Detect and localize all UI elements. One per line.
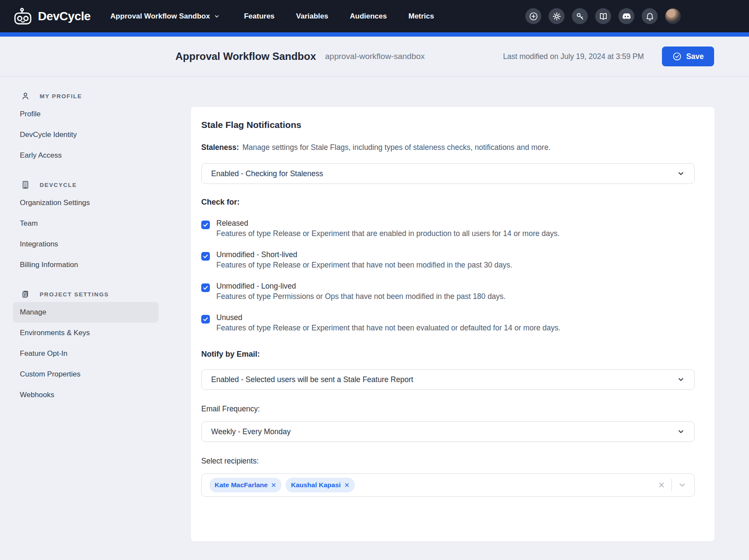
sidebar-item-organization-settings[interactable]: Organization Settings	[13, 193, 159, 213]
divider	[671, 479, 672, 491]
check-icon	[203, 253, 209, 259]
chevron-down-icon	[677, 428, 685, 436]
notifications-button[interactable]	[642, 8, 658, 24]
sidebar-item-manage[interactable]: Manage	[13, 302, 159, 323]
gear-icon	[552, 12, 562, 21]
check-label: Unmodified - Short-lived	[216, 250, 512, 259]
check-row-released: Released Features of type Release or Exp…	[201, 219, 695, 238]
sidebar-section-my-profile: MY PROFILE	[13, 88, 159, 104]
sidebar-item-profile[interactable]: Profile	[13, 104, 159, 124]
page-header: Approval Workflow Sandbox approval-workf…	[0, 37, 749, 77]
sidebar-item-label: Integrations	[20, 240, 58, 249]
page-title: Approval Workflow Sandbox	[175, 50, 316, 62]
sidebar-item-label: Team	[20, 219, 38, 228]
plus-circle-icon	[529, 12, 538, 21]
devcycle-robot-icon	[13, 7, 33, 25]
unmodified-short-lived-checkbox[interactable]	[201, 252, 210, 261]
save-button[interactable]: Save	[662, 47, 714, 66]
sidebar-item-feature-opt-in[interactable]: Feature Opt-In	[13, 343, 159, 364]
check-label: Released	[216, 219, 560, 228]
recipient-name: Kate MacFarlane	[215, 481, 268, 489]
frequency-select-value: Weekly - Every Monday	[211, 427, 290, 436]
docs-book-icon	[599, 12, 608, 21]
save-button-label: Save	[686, 52, 704, 61]
sidebar-item-label: Webhooks	[20, 391, 54, 399]
discord-icon	[622, 12, 631, 21]
select-recipients-label: Select recipients:	[201, 457, 695, 466]
sidebar-item-custom-properties[interactable]: Custom Properties	[13, 364, 159, 385]
check-description: Features of type Permissions or Ops that…	[216, 292, 506, 301]
top-nav-actions	[525, 8, 681, 24]
check-icon	[203, 316, 209, 322]
recipients-multiselect[interactable]: Kate MacFarlane Kaushal Kapasi	[201, 473, 695, 497]
sidebar-section-project-settings: PROJECT SETTINGS	[13, 286, 159, 302]
clear-all-icon[interactable]	[658, 481, 665, 489]
sidebar-item-label: Early Access	[20, 151, 62, 160]
project-selector-label: Approval Workflow Sandbox	[110, 12, 210, 21]
check-for-label: Check for:	[201, 198, 695, 207]
nav-link-metrics[interactable]: Metrics	[409, 12, 434, 21]
chevron-down-icon	[214, 13, 220, 19]
sidebar-section-devcycle: DEVCYCLE	[13, 177, 159, 193]
sidebar-item-label: Custom Properties	[20, 370, 81, 379]
staleness-label: Staleness:	[201, 143, 239, 152]
nav-link-features[interactable]: Features	[244, 12, 275, 21]
remove-recipient-icon[interactable]	[344, 482, 350, 488]
user-avatar[interactable]	[665, 8, 681, 24]
recipient-name: Kaushal Kapasi	[291, 481, 340, 489]
sidebar-item-webhooks[interactable]: Webhooks	[13, 385, 159, 405]
sidebar-item-label: Environments & Keys	[20, 329, 90, 337]
recipient-chip-kaushal-kapasi[interactable]: Kaushal Kapasi	[286, 478, 354, 492]
check-description: Features of type Release or Experiment t…	[216, 324, 561, 333]
check-label: Unmodified - Long-lived	[216, 282, 506, 291]
sidebar-item-team[interactable]: Team	[13, 213, 159, 234]
sidebar-item-devcycle-identity[interactable]: DevCycle Identity	[13, 124, 159, 145]
staleness-select[interactable]: Enabled - Checking for Staleness	[201, 163, 695, 184]
email-frequency-label: Email Frequency:	[201, 404, 695, 414]
bell-icon	[645, 12, 655, 21]
key-icon	[575, 12, 585, 21]
project-slug: approval-workflow-sandbox	[325, 52, 424, 61]
api-keys-button[interactable]	[572, 8, 588, 24]
check-row-unmodified-long-lived: Unmodified - Long-lived Features of type…	[201, 282, 695, 301]
sidebar-item-billing-information[interactable]: Billing Information	[13, 255, 159, 275]
notify-select[interactable]: Enabled - Selected users will be sent a …	[201, 369, 695, 390]
last-modified-text: Last modified on July 19, 2024 at 3:59 P…	[503, 52, 644, 61]
remove-recipient-icon[interactable]	[271, 482, 276, 488]
sidebar-item-environments-keys[interactable]: Environments & Keys	[13, 323, 159, 343]
sidebar-item-early-access[interactable]: Early Access	[13, 145, 159, 166]
brand-name: DevCycle	[38, 9, 91, 23]
staleness-text: Manage settings for Stale Flags, includi…	[243, 143, 551, 152]
recipient-chip-kate-macfarlane[interactable]: Kate MacFarlane	[209, 478, 281, 492]
devcycle-logo[interactable]: DevCycle	[13, 7, 91, 25]
check-icon	[203, 285, 209, 291]
nav-link-audiences[interactable]: Audiences	[350, 12, 387, 21]
notify-by-email-label: Notify by Email:	[201, 350, 695, 359]
released-checkbox[interactable]	[201, 221, 210, 229]
project-selector[interactable]: Approval Workflow Sandbox	[110, 12, 220, 21]
unmodified-long-lived-checkbox[interactable]	[201, 283, 210, 292]
staleness-description: Staleness:Manage settings for Stale Flag…	[201, 143, 695, 152]
person-icon	[21, 91, 30, 101]
top-nav: DevCycle Approval Workflow Sandbox Featu…	[0, 0, 749, 32]
nav-link-variables[interactable]: Variables	[296, 12, 328, 21]
settings-sidebar: MY PROFILE Profile DevCycle Identity Ear…	[13, 88, 159, 405]
discord-button[interactable]	[618, 8, 634, 24]
frequency-select[interactable]: Weekly - Every Monday	[201, 421, 695, 442]
check-label: Unused	[216, 313, 561, 322]
check-row-unused: Unused Features of type Release or Exper…	[201, 313, 695, 333]
unused-checkbox[interactable]	[201, 315, 210, 324]
sidebar-item-integrations[interactable]: Integrations	[13, 234, 159, 255]
docs-button[interactable]	[595, 8, 611, 24]
check-icon	[203, 222, 209, 228]
sidebar-item-label: Organization Settings	[20, 199, 90, 207]
sidebar-item-label: Billing Information	[20, 261, 78, 269]
sidebar-section-label: PROJECT SETTINGS	[40, 291, 109, 298]
staleness-select-value: Enabled - Checking for Staleness	[211, 169, 323, 178]
sidebar-item-label: Profile	[20, 110, 41, 118]
stale-flag-notifications-card: Stale Flag Notifications Staleness:Manag…	[191, 107, 715, 541]
check-circle-icon	[672, 52, 682, 61]
chevron-down-icon[interactable]	[678, 481, 687, 489]
create-button[interactable]	[525, 8, 541, 24]
settings-button[interactable]	[549, 8, 565, 24]
